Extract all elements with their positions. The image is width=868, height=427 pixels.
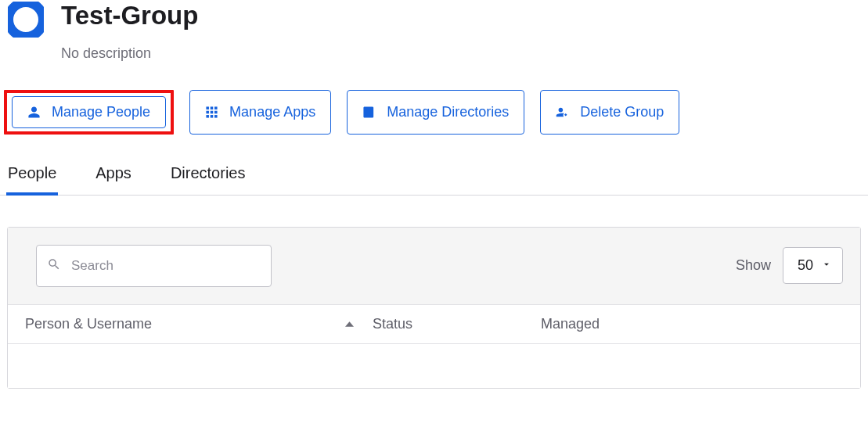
manage-apps-label: Manage Apps — [229, 104, 315, 120]
column-person-label: Person & Username — [25, 316, 152, 332]
table-body — [8, 344, 860, 388]
tabs-bar: People Apps Directories — [0, 135, 868, 196]
tab-directories[interactable]: Directories — [171, 164, 246, 195]
svg-rect-1 — [207, 106, 210, 109]
tab-people[interactable]: People — [8, 164, 56, 195]
column-status[interactable]: Status — [373, 316, 541, 332]
table-toolbar: Show 50 — [8, 228, 860, 305]
page-size-select[interactable]: 50 — [783, 247, 843, 284]
page-size-value: 50 — [798, 257, 813, 274]
highlight-manage-people: Manage People — [4, 90, 174, 135]
manage-directories-button[interactable]: Manage Directories — [347, 90, 524, 135]
svg-rect-7 — [207, 115, 210, 118]
manage-directories-label: Manage Directories — [387, 104, 509, 120]
column-managed[interactable]: Managed — [541, 316, 843, 332]
svg-rect-6 — [214, 110, 218, 113]
svg-rect-3 — [214, 106, 218, 109]
svg-rect-5 — [211, 110, 214, 113]
svg-rect-9 — [214, 115, 218, 118]
delete-person-icon — [556, 106, 569, 119]
chevron-down-icon — [821, 257, 832, 274]
search-input[interactable] — [36, 245, 272, 287]
svg-rect-8 — [211, 115, 214, 118]
group-title: Test-Group — [61, 0, 198, 31]
person-icon — [27, 106, 41, 119]
table-header-row: Person & Username Status Managed — [8, 305, 860, 344]
delete-group-label: Delete Group — [580, 104, 664, 120]
manage-people-label: Manage People — [52, 104, 150, 120]
group-logo-icon — [8, 2, 44, 38]
svg-rect-4 — [207, 110, 210, 113]
directory-icon — [362, 106, 376, 119]
manage-people-button[interactable]: Manage People — [12, 96, 166, 128]
grid-icon — [205, 106, 218, 119]
show-label: Show — [736, 257, 771, 274]
svg-point-0 — [9, 2, 43, 37]
manage-apps-button[interactable]: Manage Apps — [189, 90, 331, 135]
tab-apps[interactable]: Apps — [95, 164, 131, 195]
sort-asc-icon — [345, 321, 354, 327]
group-description: No description — [61, 45, 198, 62]
svg-rect-2 — [211, 106, 214, 109]
people-table: Show 50 Person & Username Status Managed — [7, 227, 861, 389]
column-person-username[interactable]: Person & Username — [25, 316, 373, 332]
delete-group-button[interactable]: Delete Group — [540, 90, 679, 135]
